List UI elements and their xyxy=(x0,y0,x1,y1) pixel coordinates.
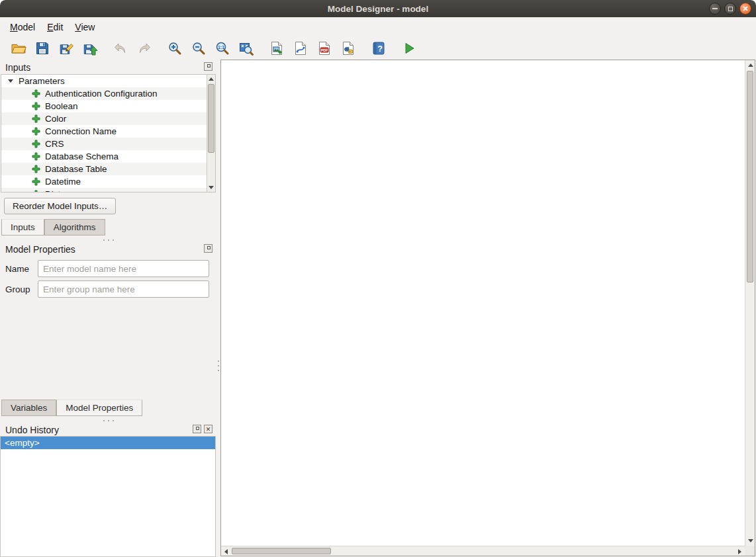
menu-model[interactable]: Model xyxy=(4,19,41,36)
export-as-pdf-button[interactable]: PDF xyxy=(315,39,334,58)
reorder-model-inputs-button[interactable]: Reorder Model Inputs… xyxy=(4,198,116,214)
export-image-icon xyxy=(269,40,285,56)
tree-item-parameters[interactable]: Parameters xyxy=(1,75,215,87)
scrollbar-thumb[interactable] xyxy=(208,84,214,153)
export-pdf-icon: PDF xyxy=(316,40,332,56)
run-icon xyxy=(401,40,417,56)
tree-item-label: Connection Name xyxy=(45,126,117,136)
tab-inputs[interactable]: Inputs xyxy=(1,219,44,236)
save-model-button[interactable] xyxy=(33,39,52,58)
tab-model-properties[interactable]: Model Properties xyxy=(56,400,142,416)
zoom-full-extent-button[interactable] xyxy=(237,39,256,58)
export-as-script-button[interactable] xyxy=(339,39,357,58)
scroll-down-arrow[interactable] xyxy=(207,183,215,192)
inputs-tree-scrollbar[interactable] xyxy=(207,75,215,192)
save-model-in-project-button[interactable] xyxy=(81,39,99,58)
undo-history-list[interactable]: <empty> xyxy=(0,436,216,557)
tree-item[interactable]: Distance xyxy=(1,188,215,193)
undo-button[interactable] xyxy=(111,39,130,58)
export-as-image-button[interactable] xyxy=(267,39,286,58)
triangle-down-icon xyxy=(209,186,214,189)
properties-dock-tabbar: Variables Model Properties xyxy=(1,400,142,416)
horizontal-splitter-handle[interactable] xyxy=(0,419,216,422)
tree-item[interactable]: Database Schema xyxy=(1,150,215,163)
undo-history-item[interactable]: <empty> xyxy=(1,437,215,449)
chevron-down-icon[interactable] xyxy=(8,79,13,83)
tree-item[interactable]: CRS xyxy=(1,138,215,150)
run-model-button[interactable] xyxy=(400,39,418,58)
parameter-plus-icon xyxy=(32,127,40,136)
menu-edit[interactable]: Edit xyxy=(41,19,69,36)
tree-item[interactable]: Boolean xyxy=(1,100,215,112)
menubar: Model Edit View xyxy=(0,17,756,37)
toolbar-undo-group xyxy=(111,39,154,58)
model-name-input[interactable] xyxy=(38,260,209,277)
model-group-input[interactable] xyxy=(38,280,209,298)
scroll-up-arrow[interactable] xyxy=(207,75,215,83)
scroll-right-arrow[interactable] xyxy=(735,546,745,556)
export-svg-icon xyxy=(293,40,308,56)
canvas-vertical-scrollbar[interactable] xyxy=(745,60,755,546)
edit-model-help-button[interactable]: ? xyxy=(369,39,388,58)
float-icon xyxy=(207,64,211,67)
menu-view[interactable]: View xyxy=(69,19,101,36)
parameter-plus-icon xyxy=(32,177,40,186)
properties-float-button[interactable] xyxy=(204,244,213,253)
maximize-button[interactable] xyxy=(724,3,736,15)
scrollbar-thumb[interactable] xyxy=(232,548,331,554)
parameter-plus-icon xyxy=(32,140,40,148)
parameter-plus-icon xyxy=(32,102,40,110)
svg-text:?: ? xyxy=(377,44,383,54)
tree-item-label: Boolean xyxy=(45,101,78,111)
inputs-dock-buttons xyxy=(204,62,213,71)
tree-item[interactable]: Database Table xyxy=(1,163,215,175)
inputs-tree[interactable]: Parameters Authentication Configuration … xyxy=(1,74,216,193)
vertical-splitter-handle[interactable] xyxy=(216,60,220,557)
tree-item[interactable]: Datetime xyxy=(1,175,215,188)
tree-item-label: Parameters xyxy=(19,76,65,86)
save-model-as-button[interactable] xyxy=(57,39,75,58)
inputs-dock-title: Inputs xyxy=(5,62,30,73)
export-as-svg-button[interactable] xyxy=(291,39,310,58)
zoom-actual-size-button[interactable]: 1:1 xyxy=(213,39,232,58)
toolbar: 1:1 xyxy=(0,37,756,60)
inputs-float-button[interactable] xyxy=(204,62,213,71)
zoom-in-button[interactable] xyxy=(165,39,184,58)
maximize-icon xyxy=(728,7,733,11)
minimize-button[interactable] xyxy=(709,3,721,15)
close-button[interactable]: ✕ xyxy=(739,3,751,15)
undo-float-button[interactable] xyxy=(193,425,201,433)
undo-close-button[interactable]: ✕ xyxy=(204,425,213,433)
titlebar[interactable]: Model Designer - model ✕ xyxy=(0,0,756,17)
scroll-left-arrow[interactable] xyxy=(221,546,231,556)
close-icon: ✕ xyxy=(206,426,211,433)
tree-item[interactable]: Authentication Configuration xyxy=(1,87,215,100)
redo-button[interactable] xyxy=(135,39,154,58)
tree-item-label: Database Schema xyxy=(45,151,118,161)
tree-item[interactable]: Connection Name xyxy=(1,125,215,138)
toolbar-export-group: PDF xyxy=(267,39,357,58)
model-canvas[interactable] xyxy=(220,60,755,556)
inputs-dock-tabbar: Inputs Algorithms xyxy=(1,219,105,236)
scrollbar-thumb[interactable] xyxy=(747,71,753,282)
scroll-up-arrow[interactable] xyxy=(745,60,755,70)
float-icon xyxy=(196,427,199,430)
tab-variables[interactable]: Variables xyxy=(1,400,56,416)
tab-algorithms[interactable]: Algorithms xyxy=(44,219,105,236)
canvas-horizontal-scrollbar[interactable] xyxy=(221,546,745,556)
inputs-dock-header: Inputs xyxy=(0,61,216,73)
scroll-down-arrow[interactable] xyxy=(745,536,755,546)
splitter-dot xyxy=(113,420,114,421)
horizontal-splitter-handle[interactable] xyxy=(0,238,216,241)
undo-dock-title: Undo History xyxy=(5,425,59,435)
tree-item-label: Distance xyxy=(45,189,80,193)
splitter-dot xyxy=(218,361,219,362)
tree-item[interactable]: Color xyxy=(1,112,215,125)
zoom-full-icon xyxy=(238,40,254,56)
triangle-right-icon xyxy=(738,549,741,554)
toolbar-file-group xyxy=(9,39,99,58)
folder-open-icon xyxy=(11,40,26,56)
zoom-out-button[interactable] xyxy=(189,39,208,58)
open-model-button[interactable] xyxy=(9,39,28,58)
parameter-plus-icon xyxy=(32,190,40,193)
